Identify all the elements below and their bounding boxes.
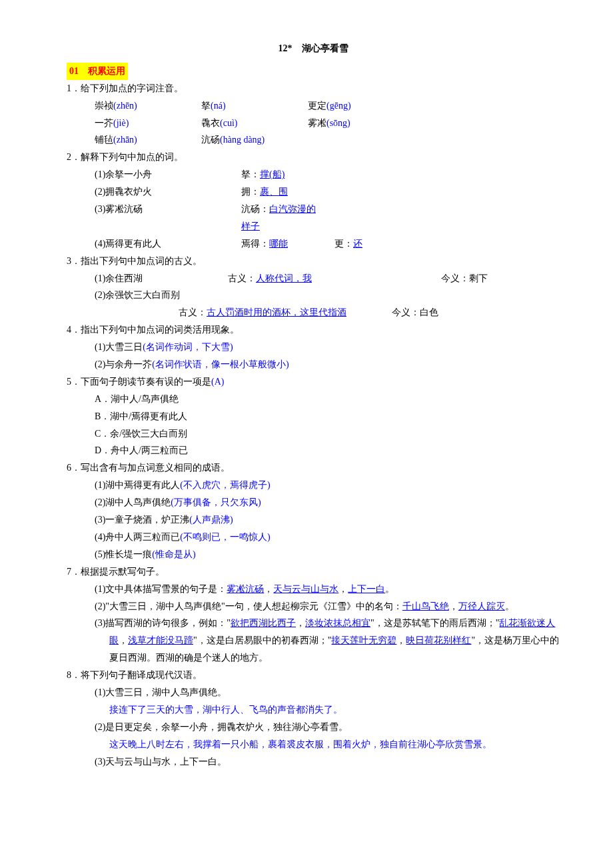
q7-item-1: (1)文中具体描写雪景的句子是：雾凇沆砀，天与云与山与水，上下一白。 <box>109 581 560 598</box>
q3-jin: 今义：白色 <box>392 304 560 321</box>
q4-stem: 4．指出下列句中加点词的词类活用现象。 <box>67 321 560 339</box>
q7-stem: 7．根据提示默写句子。 <box>67 563 560 581</box>
section-header-label: 01 积累运用 <box>67 63 128 80</box>
q4-item-2: (2)与余舟一芥(名词作状语，像一根小草般微小) <box>95 356 560 373</box>
q5-opt-d: D．舟中人/两三粒而已 <box>95 442 560 459</box>
q4-item-1: (1)大雪三日(名词作动词，下大雪) <box>95 339 560 356</box>
q6-stem: 6．写出含有与加点词意义相同的成语。 <box>67 459 560 477</box>
q5-stem: 5．下面句子朗读节奏有误的一项是(A) <box>67 373 560 391</box>
q2-label: 沆砀：白汽弥漫的样子 <box>241 201 321 235</box>
q1-row-1: 崇祯(zhēn) 拏(ná) 更定(gēng) <box>95 97 560 115</box>
q1-row-2: 一芥(jiè) 毳衣(cuì) 雾凇(sōng) <box>95 115 560 132</box>
q7-item-3: (3)描写西湖的诗句很多，例如："欲把西湖比西子，淡妆浓抹总相宜"，这是苏轼笔下… <box>109 615 560 667</box>
q8-stem: 8．将下列句子翻译成现代汉语。 <box>67 667 560 684</box>
q3-jin: 今义：剩下 <box>441 270 560 287</box>
q2-stem: 2．解释下列句中加点的词。 <box>67 149 560 166</box>
q1-cell: 更定(gēng) <box>308 97 441 115</box>
q6-item-1: (1)湖中焉得更有此人(不入虎穴，焉得虎子) <box>95 477 560 494</box>
q6-item-2: (2)湖中人鸟声俱绝(万事俱备，只欠东风) <box>95 494 560 511</box>
q1-cell: 毳衣(cuì) <box>201 115 308 132</box>
q2-item-2: (2)拥毳衣炉火 拥：裹、围 <box>95 183 560 201</box>
q8-item-1-q: (1)大雪三日，湖中人鸟声俱绝。 <box>95 684 560 701</box>
q1-cell <box>308 131 441 149</box>
q3-text: (1)余住西湖 <box>95 270 228 287</box>
q2-item-4: (4)焉得更有此人 焉得：哪能 更：还 <box>95 235 560 253</box>
q3-row-1: (1)余住西湖 古义：人称代词，我 今义：剩下 <box>95 270 560 287</box>
q3-stem: 3．指出下列句中加点词的古义。 <box>67 253 560 270</box>
q6-item-4: (4)舟中人两三粒而已(不鸣则已，一鸣惊人) <box>95 529 560 546</box>
q1-stem: 1．给下列加点的字词注音。 <box>67 80 560 97</box>
q2-label: 拏：撑(船) <box>241 166 321 183</box>
section-header-01: 01 积累运用 <box>67 63 560 80</box>
q2-text: (1)余拏一小舟 <box>95 166 241 183</box>
q5-opt-c: C．余/强饮三大白而别 <box>95 425 560 443</box>
q2-label: 拥：裹、围 <box>241 183 321 201</box>
q2-item-3: (3)雾凇沆砀 沆砀：白汽弥漫的样子 <box>95 201 560 235</box>
q1-cell: 铺毡(zhān) <box>95 131 201 149</box>
q1-cell: 崇祯(zhēn) <box>95 97 201 115</box>
q3-gu: 古义：古人罚酒时用的酒杯，这里代指酒 <box>179 304 392 321</box>
q3-gu: 古义：人称代词，我 <box>228 270 441 287</box>
q5-opt-a: A．湖中人/鸟声俱绝 <box>95 391 560 408</box>
q2-text: (4)焉得更有此人 <box>95 235 241 253</box>
q6-item-3: (3)一童子烧酒，炉正沸(人声鼎沸) <box>95 511 560 529</box>
q5-opt-b: B．湖中/焉得更有此人 <box>95 408 560 425</box>
document-title: 12* 湖心亭看雪 <box>67 40 560 57</box>
q8-item-2-q: (2)是日更定矣，余拏一小舟，拥毳衣炉火，独往湖心亭看雪。 <box>95 719 560 736</box>
q7-item-2: (2)"大雪三日，湖中人鸟声俱绝"一句，使人想起柳宗元《江雪》中的名句：千山鸟飞… <box>109 598 560 615</box>
q3-row-2b: 古义：古人罚酒时用的酒杯，这里代指酒 今义：白色 <box>179 304 560 321</box>
q6-item-5: (5)惟长堤一痕(惟命是从) <box>95 546 560 563</box>
q2-label: 更：还 <box>334 235 428 253</box>
q2-text: (3)雾凇沆砀 <box>95 201 241 235</box>
q1-cell: 拏(ná) <box>201 97 308 115</box>
q1-cell: 沆砀(hàng dàng) <box>201 131 308 149</box>
q3-row-2: (2)余强饮三大白而别 <box>95 287 560 304</box>
q1-cell: 一芥(jiè) <box>95 115 201 132</box>
q8-item-3-q: (3)天与云与山与水，上下一白。 <box>95 753 560 771</box>
q1-row-3: 铺毡(zhān) 沆砀(hàng dàng) <box>95 131 560 149</box>
q8-item-2-a: 这天晚上八时左右，我撑着一只小船，裹着裘皮衣服，围着火炉，独自前往湖心亭欣赏雪景… <box>109 736 560 753</box>
q2-item-1: (1)余拏一小舟 拏：撑(船) <box>95 166 560 183</box>
q8-item-1-a: 接连下了三天的大雪，湖中行人、飞鸟的声音都消失了。 <box>109 701 560 719</box>
q2-text: (2)拥毳衣炉火 <box>95 183 241 201</box>
q2-label: 焉得：哪能 <box>241 235 334 253</box>
q1-cell: 雾凇(sōng) <box>308 115 441 132</box>
